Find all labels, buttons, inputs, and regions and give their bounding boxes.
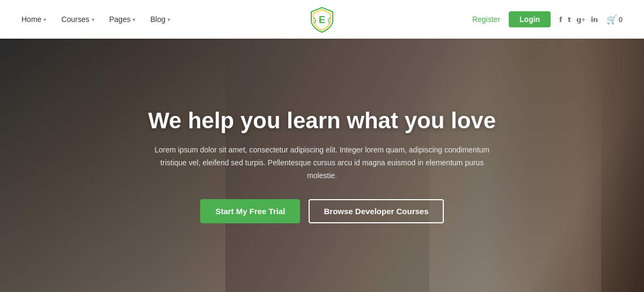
- twitter-icon[interactable]: 𝘁: [568, 16, 571, 24]
- svg-point-5: [314, 22, 316, 23]
- facebook-icon[interactable]: 𝗳: [559, 16, 562, 24]
- browse-courses-button[interactable]: Browse Developer Courses: [309, 199, 443, 223]
- nav-item-courses[interactable]: Courses ▾: [61, 15, 94, 24]
- logo[interactable]: E: [308, 5, 336, 33]
- googleplus-icon[interactable]: 𝗴+: [576, 16, 586, 24]
- cart-button[interactable]: 🛒 0: [606, 14, 623, 25]
- cart-count: 0: [619, 16, 623, 24]
- chevron-down-icon: ▾: [43, 17, 46, 23]
- chevron-down-icon: ▾: [133, 17, 135, 23]
- register-link[interactable]: Register: [472, 15, 500, 24]
- svg-point-4: [329, 18, 330, 19]
- start-trial-button[interactable]: Start My Free Trial: [200, 199, 300, 223]
- svg-text:E: E: [319, 14, 325, 25]
- hero-section: We help you learn what you love Lorem ip…: [0, 39, 644, 292]
- nav-right: Register Login 𝗳 𝘁 𝗴+ 𝗶𝗻 🛒 0: [472, 11, 623, 27]
- hero-title: We help you learn what you love: [148, 107, 496, 134]
- login-button[interactable]: Login: [509, 11, 551, 27]
- nav-item-home[interactable]: Home ▾: [21, 15, 46, 24]
- hero-content: We help you learn what you love Lorem ip…: [137, 107, 507, 224]
- social-links: 𝗳 𝘁 𝗴+ 𝗶𝗻: [559, 16, 598, 24]
- cart-icon: 🛒: [606, 14, 617, 25]
- hero-subtitle: Lorem ipsum dolor sit amet, consectetur …: [150, 144, 494, 182]
- svg-point-6: [328, 22, 330, 23]
- navbar: Home ▾ Courses ▾ Pages ▾ Blog ▾ E: [0, 0, 644, 39]
- nav-left: Home ▾ Courses ▾ Pages ▾ Blog ▾: [21, 15, 170, 24]
- nav-item-blog[interactable]: Blog ▾: [150, 15, 170, 24]
- logo-icon: E: [308, 5, 336, 33]
- svg-point-2: [328, 20, 330, 21]
- nav-item-pages[interactable]: Pages ▾: [109, 15, 136, 24]
- linkedin-icon[interactable]: 𝗶𝗻: [591, 16, 598, 24]
- svg-point-1: [315, 20, 317, 21]
- chevron-down-icon: ▾: [92, 17, 94, 23]
- svg-point-3: [314, 18, 315, 19]
- chevron-down-icon: ▾: [167, 17, 170, 23]
- hero-buttons: Start My Free Trial Browse Developer Cou…: [148, 199, 496, 223]
